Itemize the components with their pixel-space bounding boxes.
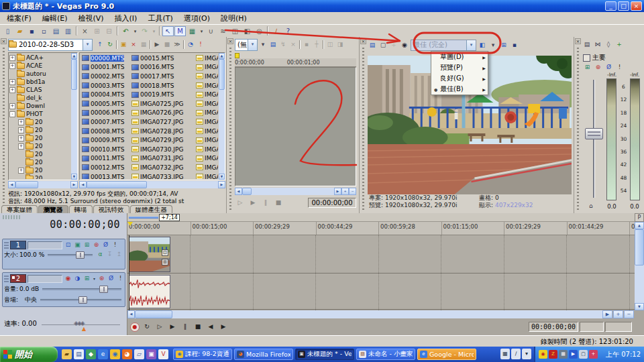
tree-item[interactable]: 20: [9, 150, 70, 158]
chevron-down-icon[interactable]: ▾: [83, 40, 92, 50]
task-paint[interactable]: ▨ 未命名 - 小畫家: [356, 349, 415, 360]
redo-icon[interactable]: ↷: [139, 26, 150, 36]
menu-tools[interactable]: 工具(T): [142, 13, 178, 24]
file-item[interactable]: 00015.MTS: [130, 54, 195, 63]
master-bus-icon[interactable]: [583, 54, 590, 62]
file-item[interactable]: IMGA0: [195, 54, 218, 63]
file-item[interactable]: IMGA0: [195, 109, 218, 118]
envelope-edit-tool-icon[interactable]: M: [174, 26, 186, 36]
trimmer-ruler[interactable]: 0:00:00;00 00:00:01;00: [235, 58, 356, 67]
file-item[interactable]: IMGA0727.JPG: [130, 117, 195, 127]
file-item[interactable]: 00017.MTS: [130, 72, 195, 81]
file-item[interactable]: 00005.MTS: [80, 99, 130, 109]
render-as-icon[interactable]: ▤: [50, 26, 62, 36]
panel-grip[interactable]: ×: [575, 38, 581, 210]
scroll-thumb[interactable]: [71, 59, 77, 90]
language-options-icon[interactable]: ▾: [522, 349, 531, 359]
tree-item[interactable]: + CLAS: [9, 86, 70, 94]
timeline-timecode-display[interactable]: 00:00:00;00: [50, 219, 120, 231]
timeline-vertical-scrollbar[interactable]: ▲ ▼: [635, 222, 644, 310]
separator[interactable]: [299, 40, 301, 49]
ignore-grouping-icon[interactable]: ◧: [241, 26, 253, 36]
volume-value[interactable]: 0.0 dB: [19, 286, 39, 292]
tree-item[interactable]: + 20: [9, 118, 70, 126]
tree-item[interactable]: + ACAE: [9, 62, 70, 70]
trimmer-timecode[interactable]: 00:00:00;00: [308, 198, 356, 208]
audio-track-row[interactable]: [127, 274, 635, 310]
file-item[interactable]: IMGA0733.JPG: [130, 172, 195, 179]
chevron-down-icon[interactable]: ▾: [466, 40, 476, 50]
whats-this-help-icon[interactable]: ?: [282, 26, 294, 36]
snapping-icon[interactable]: ∪: [205, 26, 217, 36]
language-keyboard-icon[interactable]: ▦: [500, 349, 510, 359]
ql-photo-icon[interactable]: ▣: [146, 349, 156, 359]
compositing-mode-icon[interactable]: ▣: [73, 241, 82, 249]
auto-ripple-icon[interactable]: ≋: [217, 26, 229, 36]
task-ie[interactable]: e Google - Micro...: [417, 349, 476, 360]
deinterlace-icon[interactable]: +: [389, 40, 398, 50]
file-item[interactable]: IMGA0: [195, 117, 218, 127]
split-screen-arrow-icon[interactable]: ▾: [488, 40, 498, 50]
file-item[interactable]: 00012.MTS: [80, 163, 130, 172]
file-item[interactable]: IMGA0: [195, 135, 218, 145]
fx-arrow-icon[interactable]: ▾: [92, 275, 97, 283]
preview-quality-dropdown[interactable]: 最佳 (完全) ▾: [411, 40, 476, 51]
ql-ie-icon[interactable]: e: [98, 349, 108, 359]
ql-document-icon[interactable]: ▤: [74, 349, 84, 359]
master-fx-icon[interactable]: ⊞: [583, 64, 592, 72]
restore-button[interactable]: □: [618, 1, 629, 11]
add-across-time-icon[interactable]: ◫: [325, 40, 335, 50]
compositing-parent-icon[interactable]: ↥: [115, 251, 123, 259]
tree-item[interactable]: + bbd1a: [9, 78, 70, 86]
cut-icon[interactable]: ×: [79, 26, 91, 36]
solo-icon[interactable]: !: [111, 241, 119, 249]
tree-expander-icon[interactable]: +: [9, 55, 15, 61]
scroll-left-icon[interactable]: ◀: [127, 310, 135, 318]
delete-icon[interactable]: ×: [129, 40, 138, 50]
scroll-left-icon[interactable]: ◀: [8, 181, 15, 188]
play-button[interactable]: ▶: [167, 322, 178, 333]
video-output-icon[interactable]: ◉: [400, 40, 409, 50]
master-bus-fx-icon[interactable]: +: [614, 40, 624, 50]
close-panel-icon[interactable]: ×: [1, 38, 7, 44]
cursor-marker[interactable]: [127, 222, 133, 226]
insert-bus-icon[interactable]: ▤: [582, 40, 592, 50]
ql-vegas-icon[interactable]: V: [158, 349, 168, 359]
file-item[interactable]: IMGA0732.JPG: [130, 163, 195, 172]
media-properties-icon[interactable]: ▤: [268, 40, 278, 50]
zoom-in-icon[interactable]: +: [341, 188, 349, 195]
tray-alert-icon[interactable]: ◉: [539, 350, 547, 359]
task-vegas[interactable]: ▣ 未標題的 * - Ve...: [295, 349, 354, 360]
timeline-ruler[interactable]: 0:00:00;0000:00:15;0000:00:29;2900:00:44…: [127, 222, 635, 235]
file-item[interactable]: 00011.MTS: [80, 154, 130, 164]
tray-display-icon[interactable]: ▢: [579, 350, 588, 359]
panel-grip[interactable]: ×: [227, 38, 233, 210]
scroll-thumb[interactable]: [219, 59, 225, 90]
scroll-up-icon[interactable]: ▲: [71, 53, 77, 59]
pan-slider[interactable]: [40, 299, 121, 301]
zoom-out-icon[interactable]: −: [349, 188, 356, 195]
slider-thumb[interactable]: [78, 296, 87, 304]
tree-expander-icon[interactable]: +: [18, 168, 24, 174]
scroll-thumb[interactable]: [635, 229, 644, 265]
tree-expander-icon[interactable]: +: [9, 103, 15, 109]
scroll-thumb[interactable]: [87, 181, 147, 188]
trimmer-play-from-start-button[interactable]: ▷: [235, 198, 246, 208]
slider-thumb[interactable]: [99, 286, 108, 293]
track-fx-icon[interactable]: ⊞: [83, 241, 91, 249]
tree-expander-icon[interactable]: +: [9, 79, 15, 85]
tree-expander-icon[interactable]: -: [9, 111, 15, 117]
tree-horizontal-scrollbar[interactable]: ◀ ▶: [8, 181, 78, 188]
language-pen-icon[interactable]: ∕: [511, 349, 521, 359]
file-item[interactable]: IMGA0729.JPG: [130, 135, 195, 145]
project-properties-icon[interactable]: ▤: [368, 40, 377, 50]
mute-icon[interactable]: Ø: [604, 64, 613, 72]
track-grip[interactable]: [4, 276, 9, 282]
scroll-right-icon[interactable]: ▶: [218, 181, 225, 188]
slider-thumb[interactable]: [76, 251, 85, 259]
tree-item[interactable]: + 20: [9, 134, 70, 142]
separator[interactable]: [76, 26, 77, 36]
file-item[interactable]: 00001.MTS: [80, 63, 130, 72]
file-item[interactable]: 00009.MTS: [80, 135, 130, 145]
trimmer-history-arrow-icon[interactable]: ▾: [258, 40, 268, 50]
